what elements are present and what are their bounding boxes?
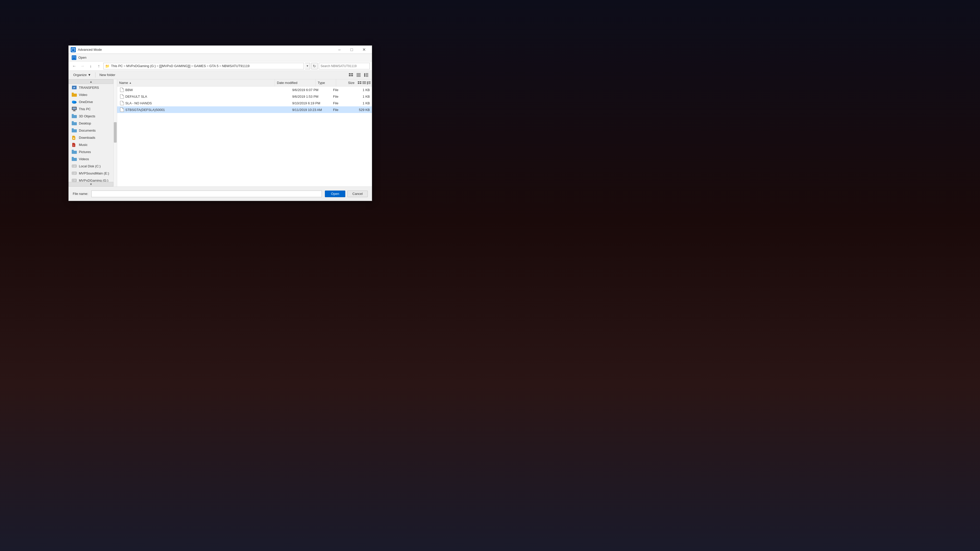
sidebar-item-transfers[interactable]: ⇄ TRANSFERS [68, 84, 117, 91]
svg-rect-0 [72, 48, 75, 51]
bottom-bar: File name: Open Cancel [68, 186, 372, 201]
view-controls-header [356, 79, 372, 86]
column-header-size[interactable]: Size [336, 79, 356, 86]
path-segment-4: GAMES [194, 64, 206, 68]
sidebar-scrollbar[interactable] [113, 79, 117, 186]
bottom-buttons: Open Cancel [325, 191, 368, 197]
header-view-details-btn[interactable] [362, 80, 366, 86]
sidebar-item-onedrive[interactable]: OneDrive [68, 98, 117, 105]
sidebar-item-documents[interactable]: Documents [68, 127, 117, 134]
svg-rect-14 [366, 74, 368, 75]
svg-rect-38 [360, 81, 361, 83]
up-button[interactable]: ↑ [95, 62, 102, 70]
open-icon [72, 56, 76, 60]
open-button[interactable]: Open [325, 191, 345, 197]
svg-rect-31 [73, 172, 75, 173]
svg-rect-28 [73, 166, 74, 167]
local-disk-c-icon [72, 164, 77, 168]
list-view-button[interactable] [347, 72, 355, 78]
transfers-icon: ⇄ [72, 85, 77, 90]
file-type-default-sla: File [331, 95, 352, 98]
svg-rect-6 [349, 75, 351, 76]
sidebar-item-label-3d-objects: 3D Objects [79, 114, 95, 118]
address-dropdown[interactable]: ▼ [305, 63, 310, 69]
file-list-container: Name ▲ Date modified Type Size [117, 79, 372, 186]
onedrive-icon [72, 99, 77, 104]
sidebar-scrollbar-thumb[interactable] [114, 122, 117, 143]
music-icon: ♫ [72, 142, 77, 147]
dialog-window: Advanced Mode – □ ✕ Open ← → ↓ ↑ 📁 This … [68, 45, 372, 201]
sidebar-item-desktop[interactable]: Desktop [68, 120, 117, 127]
back-button[interactable]: ← [71, 62, 78, 70]
table-row[interactable]: DEFAULT SLA 9/6/2019 1:53 PM File 1 KB [117, 93, 372, 100]
path-segment-5: GTA 5 [209, 64, 218, 68]
sidebar-item-3d-objects[interactable]: 3D Objects [68, 113, 117, 120]
file-name-stbsgta: STBSGTA(DEFSLA)50001 [125, 108, 290, 112]
sidebar-item-pictures[interactable]: Pictures [68, 148, 117, 156]
sidebar-item-label-downloads: Downloads [79, 136, 95, 140]
path-segment-6: NBWSATUT91119 [222, 64, 250, 68]
sidebar: ▲ ⇄ TRANSFERS Video [68, 79, 117, 186]
sidebar-item-local-disk-c[interactable]: Local Disk (C:) [68, 162, 117, 170]
column-header-name[interactable]: Name ▲ [117, 79, 275, 86]
svg-rect-13 [366, 73, 368, 74]
file-size-sla-no-hands: 1 KB [352, 101, 372, 105]
svg-rect-9 [356, 74, 361, 75]
new-folder-label: New folder [100, 73, 115, 77]
col-date-label: Date modified [277, 81, 298, 85]
file-name-sla-no-hands: SLA - NO HANDS [125, 101, 290, 105]
sidebar-item-this-pc[interactable]: This PC [68, 105, 117, 113]
header-view-extra-btn[interactable] [367, 80, 371, 86]
svg-rect-40 [360, 83, 361, 84]
column-header-date[interactable]: Date modified [275, 79, 316, 86]
sidebar-item-videos[interactable]: Videos [68, 156, 117, 162]
extra-view-button[interactable] [363, 72, 370, 78]
sidebar-item-label-mvpsoundmain-e: MVPSoundMain (E:) [79, 171, 109, 175]
file-name-input[interactable] [91, 191, 322, 197]
open-label: Open [78, 56, 86, 59]
documents-icon [72, 128, 77, 133]
details-view-button[interactable] [355, 72, 362, 78]
sidebar-item-mvpsoundmain-e[interactable]: MVPSoundMain (E:) [68, 170, 117, 177]
close-button[interactable]: ✕ [358, 46, 370, 54]
sidebar-scroll-down[interactable]: ▼ [68, 182, 113, 186]
minimize-button[interactable]: – [334, 46, 345, 54]
svg-rect-7 [351, 75, 353, 76]
header-view-list-btn[interactable] [358, 80, 362, 86]
sidebar-item-downloads[interactable]: Downloads [68, 134, 117, 141]
path-sep-4: > [207, 64, 209, 68]
forward-button[interactable]: → [79, 62, 86, 70]
sort-arrow-name: ▲ [129, 81, 132, 84]
sidebar-scroll-up[interactable]: ▲ [68, 79, 113, 84]
cancel-button[interactable]: Cancel [347, 191, 368, 197]
table-row[interactable]: BBW 9/6/2019 6:07 PM File 1 KB [117, 86, 372, 93]
svg-text:♫: ♫ [73, 144, 75, 147]
file-size-stbsgta: 529 KB [352, 108, 372, 112]
maximize-button[interactable]: □ [346, 46, 358, 54]
svg-rect-15 [366, 75, 368, 76]
organize-button[interactable]: Organize ▼ [71, 72, 94, 78]
sidebar-item-video[interactable]: Video [68, 91, 117, 98]
sidebar-item-label-transfers: TRANSFERS [79, 86, 99, 89]
svg-rect-16 [366, 76, 368, 77]
svg-rect-27 [73, 165, 75, 166]
toolbar: Organize ▼ New folder [68, 71, 372, 79]
new-folder-button[interactable]: New folder [97, 72, 118, 78]
refresh-button[interactable]: ↻ [311, 63, 318, 69]
organize-arrow: ▼ [88, 73, 91, 77]
path-sep-5: > [219, 64, 221, 68]
mvpsoundmain-e-icon [72, 171, 77, 176]
address-path[interactable]: 📁 This PC > MVPxDGaming (G:) > [[[MVPxD … [103, 63, 304, 69]
svg-rect-43 [363, 83, 366, 84]
table-row[interactable]: STBSGTA(DEFSLA)50001 9/11/2019 10:23 AM … [117, 106, 372, 113]
svg-rect-37 [358, 81, 360, 83]
file-date-stbsgta: 9/11/2019 10:23 AM [290, 108, 331, 112]
file-name-default-sla: DEFAULT SLA [125, 95, 290, 98]
col-name-label: Name [119, 81, 128, 85]
table-row[interactable]: SLA - NO HANDS 9/10/2019 6:19 PM File 1 … [117, 100, 372, 106]
sidebar-item-music[interactable]: ♫ Music [68, 141, 117, 148]
dropdown-button[interactable]: ↓ [87, 62, 94, 70]
column-header-type[interactable]: Type [316, 79, 336, 86]
svg-rect-39 [358, 83, 360, 84]
search-input[interactable] [319, 63, 370, 69]
